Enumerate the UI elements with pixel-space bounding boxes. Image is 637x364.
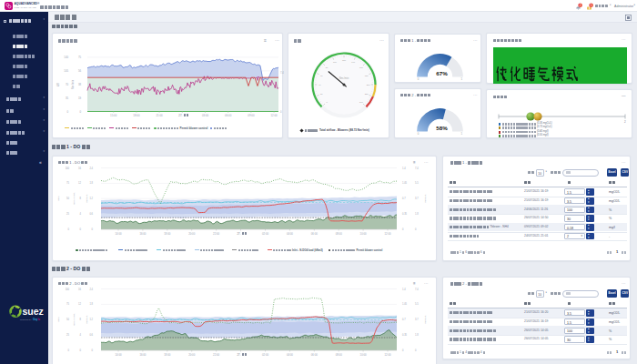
svg-text:2: 2 [580, 4, 581, 7]
svg-text:5.5: 5.5 [415, 302, 419, 306]
svg-text:58%: 58% [436, 125, 448, 131]
svg-text:kW: kW [56, 83, 60, 86]
svg-text:0.35: 0.35 [402, 212, 408, 216]
svg-text:0.35: 0.35 [402, 333, 408, 337]
svg-text:kg/h: kg/h [57, 196, 60, 200]
svg-text:35: 35 [66, 96, 69, 100]
svg-text:12:00: 12:00 [270, 114, 278, 117]
svg-text:27.: 27. [238, 232, 241, 236]
svg-text:15:00: 15:00 [110, 114, 117, 117]
svg-text:mg N-NH4/L: mg N-NH4/L [73, 191, 76, 205]
svg-text:0: 0 [418, 132, 420, 136]
svg-text:1.05: 1.05 [402, 181, 408, 185]
svg-text:0: 0 [92, 349, 94, 352]
svg-text:1.4: 1.4 [402, 167, 406, 170]
svg-text:25: 25 [66, 333, 69, 337]
svg-text:21:00: 21:00 [156, 114, 163, 117]
svg-text:10:00: 10:00 [360, 353, 367, 357]
svg-text:2.4: 2.4 [89, 167, 93, 170]
svg-text:1.8: 1.8 [415, 212, 419, 216]
svg-text:mg O2/L: mg O2/L [86, 315, 88, 324]
svg-text:27.: 27. [178, 114, 182, 117]
svg-text:2: 2 [624, 120, 626, 124]
svg-text:10:00: 10:00 [360, 232, 367, 236]
svg-text:0.7: 0.7 [402, 197, 406, 200]
svg-text:0: 0 [402, 228, 404, 231]
svg-text:0: 0 [79, 110, 81, 114]
svg-text:4: 4 [80, 212, 82, 216]
svg-text:50: 50 [66, 318, 69, 321]
svg-text:16: 16 [78, 167, 81, 170]
svg-text:08:00: 08:00 [336, 232, 342, 236]
svg-text:1.2: 1.2 [89, 318, 93, 321]
svg-text:0: 0 [92, 228, 94, 231]
svg-text:22:00: 22:00 [213, 232, 219, 236]
svg-text:06:00: 06:00 [311, 232, 318, 236]
svg-text:18:00: 18:00 [133, 114, 140, 117]
svg-text:7.4: 7.4 [280, 71, 284, 75]
svg-text:1: 1 [461, 77, 463, 81]
svg-text:50: 50 [66, 197, 69, 200]
svg-text:powered by: powered by [20, 318, 32, 321]
svg-text:lo: lo [38, 318, 41, 321]
svg-text:25: 25 [66, 212, 69, 216]
svg-text:12: 12 [78, 302, 81, 306]
svg-text:3.7: 3.7 [415, 318, 419, 321]
svg-text:4: 4 [80, 333, 82, 337]
svg-text:16:00: 16:00 [139, 353, 146, 357]
svg-text:0: 0 [418, 77, 420, 81]
svg-text:12:00: 12:00 [385, 353, 391, 357]
svg-text:8: 8 [80, 197, 82, 200]
svg-text:1.8: 1.8 [89, 302, 93, 306]
svg-text:18:00: 18:00 [164, 353, 170, 357]
svg-text:7.4: 7.4 [415, 288, 419, 291]
svg-text:02:00: 02:00 [262, 353, 268, 357]
svg-text:1.8: 1.8 [89, 181, 93, 185]
svg-text:8: 8 [80, 318, 82, 321]
svg-text:0: 0 [402, 349, 404, 352]
svg-text:38: 38 [78, 83, 82, 86]
svg-text:5.5: 5.5 [415, 181, 419, 185]
svg-text:1.05: 1.05 [402, 302, 408, 306]
svg-text:04:00: 04:00 [287, 353, 293, 357]
svg-text:mg N-NH4/L: mg N-NH4/L [73, 312, 76, 326]
svg-text:0: 0 [68, 349, 70, 352]
svg-text:0: 0 [415, 349, 417, 352]
svg-text:20:00: 20:00 [188, 353, 195, 357]
svg-text:67%: 67% [436, 70, 448, 76]
svg-text:09:00: 09:00 [248, 114, 255, 117]
svg-text:14:00: 14:00 [116, 353, 122, 357]
svg-text:140: 140 [64, 56, 68, 59]
svg-text:75: 75 [66, 302, 69, 306]
svg-text:Nm³/min: Nm³/min [71, 79, 75, 89]
svg-text:18:00: 18:00 [164, 232, 170, 236]
svg-text:0.6: 0.6 [89, 333, 93, 337]
svg-text:0.6: 0.6 [89, 212, 93, 216]
svg-text:12: 12 [78, 181, 81, 185]
svg-text:27.: 27. [238, 353, 241, 357]
svg-text:mg O2/L: mg O2/L [424, 315, 427, 324]
svg-text:suez: suez [23, 306, 44, 317]
svg-text:08:00: 08:00 [336, 353, 342, 357]
svg-text:1.8: 1.8 [415, 333, 419, 337]
svg-text:70: 70 [66, 83, 69, 86]
svg-text:Nm³/min: Nm³/min [339, 76, 349, 80]
svg-text:kg/h: kg/h [57, 317, 60, 321]
svg-text:12:00: 12:00 [385, 232, 391, 236]
svg-text:0: 0 [280, 110, 282, 114]
svg-text:100: 100 [66, 288, 70, 291]
svg-text:0: 0 [80, 349, 82, 352]
svg-text:7.4: 7.4 [415, 167, 419, 170]
svg-text:mg O2/L: mg O2/L [86, 194, 88, 203]
svg-text:16: 16 [78, 288, 81, 291]
svg-text:06:00: 06:00 [225, 114, 232, 117]
svg-text:14:00: 14:00 [116, 232, 122, 236]
svg-text:22:00: 22:00 [213, 353, 219, 357]
svg-text:1.4: 1.4 [402, 288, 406, 291]
svg-text:56: 56 [78, 69, 82, 73]
svg-text:0: 0 [80, 228, 82, 231]
svg-text:04:00: 04:00 [287, 232, 293, 236]
svg-text:0: 0 [415, 228, 417, 231]
svg-text:105: 105 [64, 69, 68, 73]
svg-text:2.4: 2.4 [89, 288, 93, 291]
